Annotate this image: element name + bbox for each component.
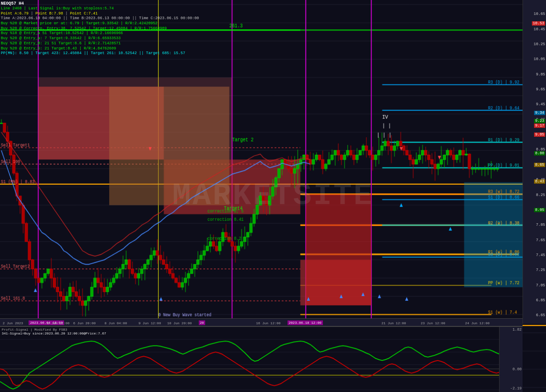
- osc-price-label: 1.82: [512, 328, 522, 332]
- price-label: 8.43: [534, 179, 545, 184]
- price-label: 9.45: [536, 102, 545, 107]
- price-label: 7.85: [536, 223, 545, 227]
- price-label: 9.05: [534, 133, 545, 137]
- price-label: 7.05: [536, 283, 545, 288]
- price-label: 9.65: [536, 87, 545, 92]
- time-label: 16 Jun 12:00: [256, 321, 281, 325]
- oscillator-chart: [0, 327, 523, 392]
- time-label: 21 Jun 12:00: [381, 321, 406, 325]
- time-label: 8 Jun 04:00: [105, 321, 127, 325]
- oscillator-panel: Profit-Signal | Modified By FSB3 341-Sig…: [0, 326, 523, 392]
- time-label: 2023.06.18 12:00: [288, 320, 323, 325]
- time-label: 5 Jun 12:00: [47, 321, 70, 325]
- price-label: 8.05: [534, 208, 545, 212]
- price-label: 8.65: [534, 163, 545, 167]
- price-label: 10.25: [534, 42, 545, 46]
- time-label: 6 Jun 20:00: [73, 321, 96, 325]
- price-label: 7.45: [536, 253, 545, 257]
- price-label: 9.85: [536, 72, 545, 77]
- time-label: 20: [199, 320, 206, 325]
- time-label: 24 Jun 12:00: [465, 321, 490, 325]
- price-label: 9.34: [534, 111, 545, 115]
- chart-container: NEOQ57 H4 Line 2468 | Last Signal is:Buy…: [0, 0, 546, 392]
- time-label: 9 Jun 12:00: [139, 321, 161, 325]
- price-axis: 10.8510.6510.4510.2510.059.859.659.459.2…: [523, 0, 546, 324]
- price-label: 6.65: [536, 313, 545, 317]
- osc-price-label: 0.00: [512, 367, 522, 372]
- time-label: 10 Jun 20:00: [167, 321, 192, 325]
- price-label: 10.85: [534, 0, 545, 1]
- price-label: 10.45: [534, 27, 545, 32]
- price-label: 7.65: [536, 238, 545, 242]
- price-label: 6.85: [536, 298, 545, 303]
- time-label: 2 Jun 2023: [3, 321, 23, 325]
- price-label: 10.65: [534, 12, 545, 16]
- osc-price-label: -2.19: [510, 386, 522, 391]
- price-label: 10.53: [532, 21, 545, 26]
- oscillator-title: Profit-Signal | Modified By FSB3: [2, 328, 106, 331]
- price-label: 7.25: [536, 268, 545, 272]
- price-label: 9.23: [534, 119, 545, 123]
- price-label: 10.05: [534, 57, 545, 61]
- time-axis: 2 Jun 20232023.06.04 16:005 Jun 12:006 J…: [0, 318, 523, 326]
- price-label: 8.25: [536, 193, 545, 197]
- price-label: 8.80: [534, 151, 545, 156]
- time-label: 23 Jun 12:00: [421, 321, 445, 325]
- price-label: 9.17: [534, 124, 545, 128]
- oscillator-info: Profit-Signal | Modified By FSB3 341-Sig…: [2, 328, 106, 335]
- oscillator-signal: 341-Signal=Buy since:2023.06.20 12:00:00…: [2, 331, 106, 335]
